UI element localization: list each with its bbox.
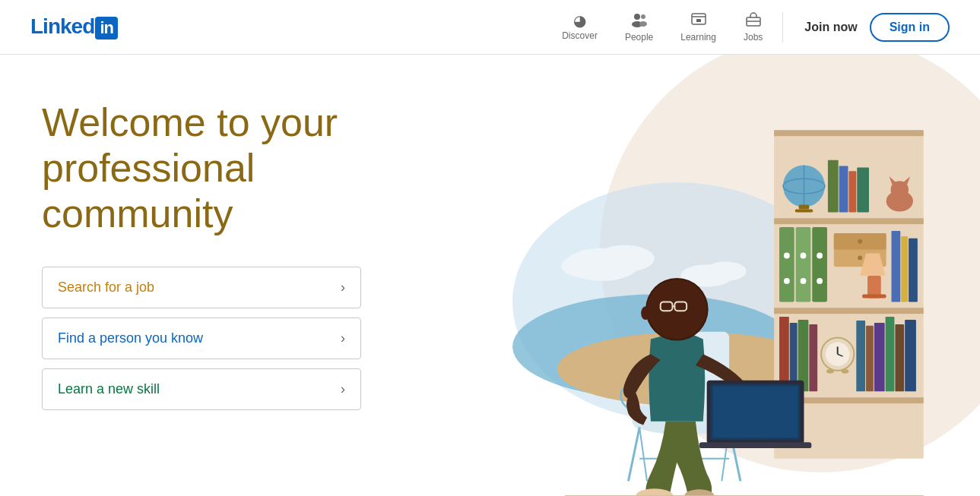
learn-skill-label: Learn a new skill [58,381,160,397]
find-person-card[interactable]: Find a person you know › [42,318,361,359]
logo-in-box: in [95,17,118,39]
find-person-label: Find a person you know [58,330,203,346]
svg-rect-89 [713,386,798,438]
svg-rect-69 [905,320,916,391]
discover-icon: ◕ [573,13,586,28]
svg-rect-50 [909,239,918,302]
cta-cards: Search for a job › Find a person you kno… [42,267,369,410]
svg-point-36 [784,253,790,259]
nav-label-learning: Learning [680,32,716,43]
main-nav: ◕ Discover People [551,12,773,43]
svg-point-14 [561,254,614,277]
search-job-card[interactable]: Search for a job › [42,267,361,308]
join-now-button[interactable]: Join now [792,14,869,40]
svg-rect-90 [699,442,811,448]
headline: Welcome to your professional community [42,100,369,236]
main-content: Welcome to your professional community S… [0,55,980,496]
svg-point-1 [641,14,645,19]
svg-point-37 [784,278,790,284]
svg-point-82 [647,280,707,340]
svg-rect-68 [895,324,904,391]
svg-point-16 [705,261,747,281]
svg-rect-48 [891,231,900,302]
nav-label-jobs: Jobs [744,32,763,43]
svg-rect-57 [809,324,817,391]
sign-in-button[interactable]: Sign in [870,13,950,42]
svg-point-46 [858,239,862,244]
header: Linkedin ◕ Discover People [0,0,980,55]
chevron-right-icon-2: › [341,330,345,346]
jobs-icon [745,12,762,30]
logo[interactable]: Linkedin [30,14,118,39]
nav-divider [782,12,783,43]
svg-rect-20 [774,308,924,314]
hero-illustration [449,55,935,496]
svg-rect-65 [866,326,874,392]
svg-rect-66 [874,323,885,391]
svg-rect-18 [774,130,924,136]
svg-point-43 [817,278,823,284]
nav-label-people: People [625,32,653,43]
left-section: Welcome to your professional community S… [0,55,411,496]
nav-item-people[interactable]: People [614,12,664,43]
svg-point-40 [801,278,807,284]
svg-point-86 [641,306,650,320]
logo-text: Linkedin [30,14,118,39]
svg-rect-67 [886,317,895,391]
svg-point-0 [634,14,640,20]
svg-point-62 [826,369,834,374]
svg-rect-49 [901,236,908,302]
svg-point-63 [842,369,849,374]
nav-label-discover: Discover [562,30,598,41]
svg-point-39 [801,253,807,259]
svg-rect-28 [839,166,848,212]
chevron-right-icon-3: › [341,381,345,397]
svg-rect-38 [796,227,811,302]
svg-rect-35 [779,227,794,302]
svg-rect-29 [848,171,856,212]
learn-skill-card[interactable]: Learn a new skill › [42,368,361,410]
svg-point-47 [858,255,862,260]
svg-line-75 [639,428,647,482]
svg-point-42 [817,253,823,259]
svg-rect-25 [799,205,810,210]
people-icon [631,12,648,30]
svg-rect-26 [795,210,813,213]
nav-item-discover[interactable]: ◕ Discover [551,13,608,41]
nav-item-learning[interactable]: Learning [670,12,727,43]
svg-rect-6 [696,19,701,22]
svg-rect-64 [856,321,865,391]
svg-rect-41 [812,227,827,302]
search-job-label: Search for a job [58,280,154,295]
svg-rect-19 [774,218,924,224]
svg-line-73 [628,428,639,482]
svg-rect-52 [862,295,886,299]
learning-icon [690,12,707,30]
svg-rect-30 [857,167,869,212]
nav-item-jobs[interactable]: Jobs [733,12,773,43]
chevron-right-icon: › [341,280,345,295]
svg-point-3 [639,21,647,27]
illustration-section [411,55,980,496]
svg-rect-27 [828,160,839,213]
